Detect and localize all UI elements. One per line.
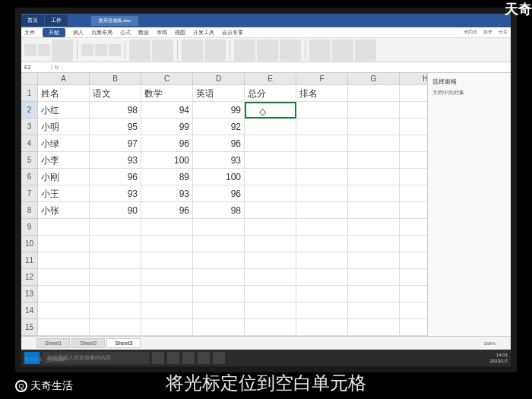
cell[interactable] xyxy=(348,119,400,135)
sheet-tab[interactable]: Sheet2 xyxy=(71,338,105,348)
row-header[interactable]: 4 xyxy=(21,135,38,152)
sync-status[interactable]: 未同步 xyxy=(464,29,477,36)
cell[interactable] xyxy=(38,219,90,236)
tab-work[interactable]: 工作 xyxy=(45,15,68,26)
cell[interactable] xyxy=(400,252,427,269)
cell[interactable] xyxy=(348,185,400,202)
cell[interactable]: 小王 xyxy=(38,185,90,202)
italic-icon[interactable] xyxy=(95,44,107,56)
menu-layout[interactable]: 页面布局 xyxy=(91,29,112,36)
cell[interactable] xyxy=(245,286,296,302)
cell[interactable] xyxy=(193,286,245,302)
cell[interactable] xyxy=(296,152,348,169)
cell[interactable]: 92 xyxy=(193,119,245,135)
underline-icon[interactable] xyxy=(109,44,121,56)
merge-icon[interactable] xyxy=(129,40,150,61)
cell[interactable]: 96 xyxy=(193,135,245,152)
cell[interactable] xyxy=(400,202,427,219)
cell[interactable]: 排名 xyxy=(296,85,348,102)
tab-home[interactable]: 首页 xyxy=(21,15,44,26)
cell[interactable]: 93 xyxy=(141,185,193,202)
row-header[interactable]: 5 xyxy=(21,152,38,169)
filter-icon[interactable] xyxy=(280,40,301,61)
menu-file[interactable]: 文件 xyxy=(24,29,35,36)
cell[interactable] xyxy=(400,319,427,336)
menu-data[interactable]: 数据 xyxy=(138,29,149,36)
cell[interactable]: 98 xyxy=(193,202,245,219)
cell[interactable]: 数学 xyxy=(141,85,193,102)
cell[interactable] xyxy=(348,302,400,319)
cell[interactable] xyxy=(245,252,296,269)
row-header[interactable]: 7 xyxy=(21,185,38,202)
cell[interactable] xyxy=(193,269,245,286)
col-header[interactable]: F xyxy=(296,73,348,85)
cell[interactable] xyxy=(193,236,245,252)
worksheet-icon[interactable] xyxy=(332,40,353,61)
cell[interactable] xyxy=(38,252,90,269)
cell[interactable] xyxy=(400,169,427,185)
cell[interactable] xyxy=(348,236,400,252)
paste-icon[interactable] xyxy=(52,40,73,61)
cell[interactable]: 小李 xyxy=(38,152,90,169)
cell[interactable] xyxy=(296,135,348,152)
cell[interactable] xyxy=(348,135,400,152)
cell[interactable] xyxy=(348,252,400,269)
freeze-icon[interactable] xyxy=(355,40,376,61)
cell[interactable] xyxy=(296,286,348,302)
cell[interactable] xyxy=(38,286,90,302)
cell[interactable] xyxy=(296,102,348,119)
cell[interactable] xyxy=(245,302,296,319)
cell[interactable]: 96 xyxy=(193,185,245,202)
row-header[interactable]: 9 xyxy=(21,219,38,236)
spreadsheet-grid[interactable]: A B C D E F G H 1 姓名 语文 数学 英语 总分 排名 2 小红… xyxy=(21,73,427,336)
share-button[interactable]: 分享 xyxy=(499,29,508,36)
cell[interactable] xyxy=(90,252,141,269)
cell[interactable]: 小张 xyxy=(38,202,90,219)
collab-button[interactable]: 协作 xyxy=(483,29,492,36)
row-col-icon[interactable] xyxy=(309,40,331,61)
cell[interactable] xyxy=(296,169,348,185)
cell[interactable] xyxy=(400,85,427,102)
cell[interactable]: 89 xyxy=(141,169,193,185)
sheet-tab[interactable]: Sheet1 xyxy=(36,338,70,348)
cell[interactable] xyxy=(193,252,245,269)
cell[interactable] xyxy=(296,219,348,236)
cell[interactable]: 95 xyxy=(90,119,141,135)
cell[interactable] xyxy=(296,252,348,269)
cell[interactable] xyxy=(38,319,90,336)
menu-view[interactable]: 视图 xyxy=(175,29,185,36)
cell[interactable]: 93 xyxy=(90,152,141,169)
cell[interactable] xyxy=(348,219,400,236)
row-header[interactable]: 10 xyxy=(21,236,38,252)
col-header[interactable]: E xyxy=(245,73,296,85)
col-header[interactable]: C xyxy=(141,73,193,85)
cell[interactable]: 97 xyxy=(90,135,141,152)
cell[interactable] xyxy=(296,302,348,319)
cell[interactable]: 96 xyxy=(141,202,193,219)
name-box[interactable]: E2 xyxy=(21,65,52,70)
cell[interactable]: 98 xyxy=(90,102,141,119)
cell[interactable] xyxy=(245,185,296,202)
cell[interactable]: 96 xyxy=(141,135,193,152)
cell[interactable]: 90 xyxy=(90,202,141,219)
cell[interactable] xyxy=(296,202,348,219)
cell[interactable]: 小绿 xyxy=(38,135,90,152)
conditional-icon[interactable] xyxy=(204,40,226,61)
cell[interactable] xyxy=(90,302,141,319)
cell[interactable] xyxy=(245,236,296,252)
cell[interactable] xyxy=(400,302,427,319)
col-header[interactable]: G xyxy=(348,73,400,85)
format-icon[interactable] xyxy=(182,40,203,61)
bold-icon[interactable] xyxy=(81,44,93,56)
cell[interactable] xyxy=(141,286,193,302)
menu-more[interactable]: 会员专享 xyxy=(222,29,243,36)
document-filename[interactable]: 数英语成绩.xlsx xyxy=(91,16,138,26)
cell[interactable]: 93 xyxy=(90,185,141,202)
row-header[interactable]: 15 xyxy=(21,319,38,336)
cell[interactable] xyxy=(400,152,427,169)
cell[interactable]: 100 xyxy=(193,169,245,185)
cell[interactable] xyxy=(348,169,400,185)
cell[interactable] xyxy=(296,185,348,202)
row-header[interactable]: 1 xyxy=(21,85,38,102)
cell[interactable] xyxy=(38,236,90,252)
